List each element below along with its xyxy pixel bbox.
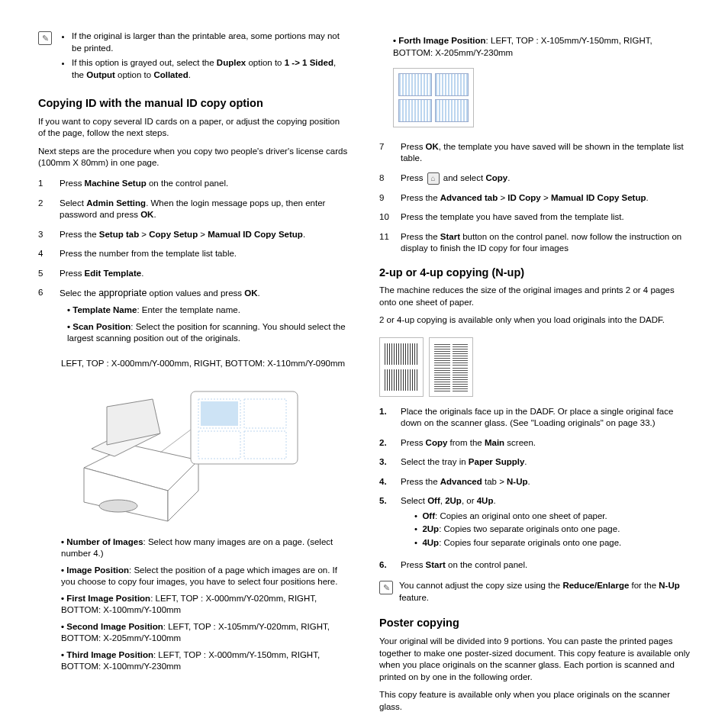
paragraph: Your original will be divided into 9 por… — [379, 636, 690, 683]
paragraph: 2 or 4-up copying is available only when… — [379, 314, 690, 327]
steps-list: 1Press Machine Setup on the control pane… — [38, 178, 349, 350]
note-item: If this option is grayed out, select the… — [72, 57, 349, 81]
svg-rect-3 — [201, 401, 238, 426]
forth-position: Forth Image Position: LEFT, TOP : X-105m… — [379, 35, 690, 59]
heading-nup: 2-up or 4-up copying (N-up) — [379, 266, 690, 281]
home-icon: ⌂ — [427, 172, 440, 185]
paragraph: Next steps are the procedure when you co… — [38, 146, 349, 169]
image-position-list: Number of Images: Select how many images… — [38, 536, 349, 673]
template-thumbnail — [393, 68, 474, 127]
nup-steps: 1.Place the originals face up in the DAD… — [379, 406, 690, 572]
steps-list-right: 7Press OK, the template you have saved w… — [379, 141, 690, 255]
sub-option: • Off: Copies an original onto one sheet… — [414, 511, 690, 523]
note-list: If the original is larger than the print… — [58, 31, 349, 84]
note-box: ✎ You cannot adjust the copy size using … — [379, 580, 690, 604]
note-text: You cannot adjust the copy size using th… — [399, 580, 690, 604]
scan-position-text: LEFT, TOP : X-000mm/Y-000mm, RIGHT, BOTT… — [61, 358, 349, 370]
note-box: ✎ If the original is larger than the pri… — [38, 31, 349, 84]
sub-bullet: Template Name: Enter the template name. — [67, 304, 349, 317]
note-icon: ✎ — [379, 581, 393, 594]
paragraph: If you want to copy several ID cards on … — [38, 116, 349, 140]
heading-copying-id: Copying ID with the manual ID copy optio… — [38, 96, 349, 111]
sub-bullet: Scan Position: Select the position for s… — [67, 321, 349, 345]
svg-point-0 — [99, 500, 137, 512]
paragraph: This copy feature is available only when… — [379, 689, 690, 713]
printer-illustration — [61, 376, 305, 529]
note-item: If the original is larger than the print… — [72, 31, 349, 54]
note-icon: ✎ — [38, 31, 52, 45]
paragraph: The machine reduces the size of the orig… — [379, 285, 690, 308]
sub-option: • 4Up: Copies four separate originals on… — [414, 537, 690, 549]
heading-poster: Poster copying — [379, 616, 690, 631]
nup-thumbnails — [379, 333, 690, 401]
sub-option: • 2Up: Copies two separate originals ont… — [414, 523, 690, 536]
